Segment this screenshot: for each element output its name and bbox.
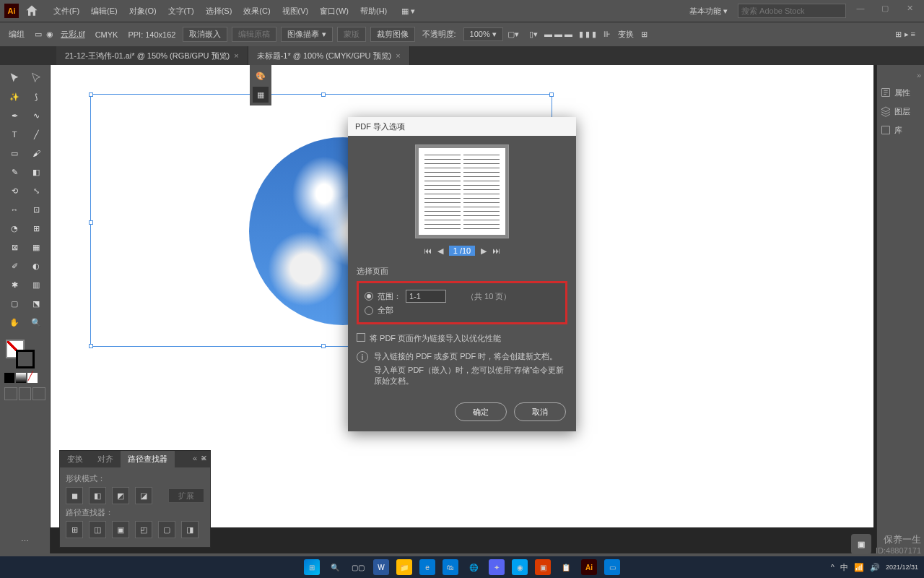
tab-close-icon[interactable]: × [234,51,238,60]
menu-help[interactable]: 帮助(H) [354,6,393,17]
explorer-icon[interactable]: 📁 [396,559,412,575]
type-tool[interactable]: T [4,126,25,143]
symbol-sprayer-tool[interactable]: ✱ [4,276,25,293]
tab-close-icon[interactable]: × [396,51,400,60]
minus-back-button[interactable]: ◨ [181,521,199,538]
scale-tool[interactable]: ⤡ [26,182,46,199]
app-icon-1[interactable]: ✦ [489,559,505,575]
color-mode-solid[interactable] [4,373,14,383]
ime-indicator[interactable]: 中 [840,562,848,573]
align-group[interactable]: ▯▾ ▬ ▬ ▬ ▮ ▮ ▮ ⊪ [529,30,611,39]
color-indicator[interactable] [4,338,45,368]
style-icon[interactable]: ▢▾ [507,30,519,39]
minimize-icon[interactable]: — [850,4,871,18]
home-icon[interactable] [25,4,39,18]
menu-file[interactable]: 文件(F) [48,6,85,17]
lasso-tool[interactable]: ⟆ [26,88,46,105]
paintbrush-tool[interactable]: 🖌 [26,144,46,162]
menu-edit[interactable]: 编辑(E) [85,6,123,17]
chrome-icon[interactable]: 🌐 [466,559,481,575]
link-icon[interactable]: ▭ [35,30,42,39]
app-icon-2[interactable]: ◉ [512,559,528,575]
volume-icon[interactable]: 🔊 [870,563,880,572]
merge-button[interactable]: ▣ [112,521,129,538]
close-icon[interactable]: ✕ [899,4,920,18]
tab-align[interactable]: 对齐 [90,451,121,467]
unite-button[interactable]: ◼ [66,487,83,504]
menu-effect[interactable]: 效果(C) [237,6,276,17]
app-icon-4[interactable]: 📋 [558,559,574,575]
properties-panel-button[interactable]: 属性 [880,87,921,98]
divide-button[interactable]: ⊞ [66,521,83,538]
menu-object[interactable]: 对象(O) [123,6,162,17]
last-page-icon[interactable]: ⏭ [492,246,500,255]
wifi-icon[interactable]: 📶 [854,563,864,572]
embed-icon[interactable]: ◉ [46,30,53,39]
column-graph-tool[interactable]: ▥ [26,276,46,293]
cancel-button[interactable]: 取消 [514,402,566,421]
gradient-tool[interactable]: ▦ [26,238,46,256]
layers-panel-button[interactable]: 图层 [880,105,921,117]
app-icon-3[interactable]: ▣ [535,559,551,575]
stroke-swatch[interactable] [16,350,35,368]
image-trace-button[interactable]: 图像描摹 ▾ [281,27,332,42]
arrange-icon[interactable]: ▦ ▾ [401,7,415,16]
intersect-button[interactable]: ◩ [112,487,129,504]
workspace-switcher[interactable]: 基本功能 ▾ [684,6,733,17]
edge-icon[interactable]: e [419,559,435,575]
exclude-button[interactable]: ◪ [135,487,152,504]
line-tool[interactable]: ╱ [26,126,46,143]
crop-pf-button[interactable]: ◰ [135,521,152,538]
zoom-tool[interactable]: 🔍 [26,314,46,331]
hand-tool[interactable]: ✋ [4,314,25,331]
panel-collapse-icon[interactable]: « [193,454,197,462]
shaper-tool[interactable]: ✎ [4,163,25,181]
eraser-tool[interactable]: ◧ [26,163,46,181]
search-taskbar-icon[interactable]: 🔍 [327,559,343,575]
color-panel-icon[interactable]: 🎨 [253,68,269,84]
clock[interactable]: 2021/12/31 [886,564,918,571]
menu-select[interactable]: 选择(S) [200,6,238,17]
transform-icon[interactable]: ⊞ [641,30,648,39]
edit-toolbar-icon[interactable]: ⋯ [4,532,45,551]
perspective-grid-tool[interactable]: ⊞ [26,220,46,237]
maximize-icon[interactable]: ▢ [875,4,895,18]
link-checkbox[interactable] [357,333,365,342]
store-icon[interactable]: 🛍 [443,559,458,575]
mesh-tool[interactable]: ⊠ [4,238,25,256]
ok-button[interactable]: 确定 [455,402,507,421]
tab-transform[interactable]: 变换 [60,451,90,467]
panel-collapse-icon[interactable]: » [880,71,921,79]
color-mode-none[interactable]: ╱ [27,373,38,383]
cancel-embed-button[interactable]: 取消嵌入 [183,27,227,42]
prev-page-icon[interactable]: ◀ [437,246,443,256]
search-input[interactable] [738,4,846,18]
blend-tool[interactable]: ◐ [26,257,46,275]
width-tool[interactable]: ↔ [4,201,25,218]
swatches-panel-icon[interactable]: ▦ [253,87,269,103]
slice-tool[interactable]: ⬔ [26,295,46,312]
libraries-panel-button[interactable]: 库 [880,124,921,136]
menu-view[interactable]: 视图(V) [276,6,315,17]
menu-type[interactable]: 文字(T) [162,6,200,17]
draw-inside[interactable] [32,387,45,400]
pen-tool[interactable]: ✒ [4,107,25,124]
eyedropper-tool[interactable]: ✐ [4,257,25,275]
selection-tool[interactable] [4,69,25,87]
page-indicator[interactable]: 1 /10 [449,246,475,256]
all-radio[interactable] [365,306,373,315]
color-mode-gradient[interactable] [16,373,26,383]
rotate-tool[interactable]: ⟲ [4,182,25,199]
draw-behind[interactable] [19,387,32,400]
more-options-icon[interactable]: ⊞ ▸ ≡ [895,30,915,39]
transform-label[interactable]: 变换 [618,29,634,40]
draw-normal[interactable] [4,387,17,400]
trim-button[interactable]: ◫ [89,521,106,538]
curvature-tool[interactable]: ∿ [26,107,46,124]
tab-pathfinder[interactable]: 路径查找器 [121,451,175,467]
filename-link[interactable]: 云彩.tif [61,29,85,40]
minus-front-button[interactable]: ◧ [89,487,106,504]
tray-chevron-icon[interactable]: ^ [831,563,834,571]
system-tray[interactable]: ^ 中 📶 🔊 2021/12/31 [831,562,918,573]
next-page-icon[interactable]: ▶ [481,246,487,256]
